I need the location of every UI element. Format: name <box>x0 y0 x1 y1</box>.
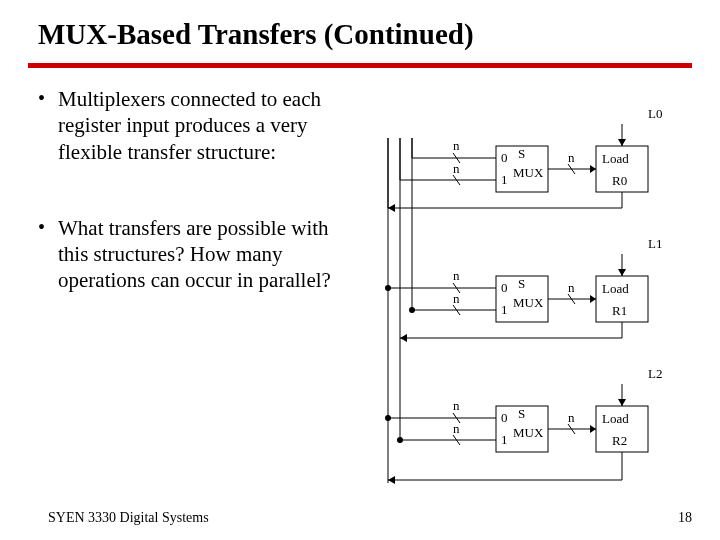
mux-group-0: n n 0 1 S MUX n Load R0 L0 <box>388 106 662 212</box>
mux-in1: 1 <box>501 172 508 187</box>
load-ctrl-2: L2 <box>648 366 662 381</box>
svg-marker-30 <box>618 269 626 276</box>
bullet-2: What transfers are possible with this st… <box>44 215 354 294</box>
load-ctrl-0: L0 <box>648 106 662 121</box>
reg-name-2: R2 <box>612 433 627 448</box>
svg-marker-16 <box>388 204 395 212</box>
mux-in0: 0 <box>501 410 508 425</box>
mux-label: MUX <box>513 295 544 310</box>
slide-title: MUX-Based Transfers (Continued) <box>0 0 720 57</box>
reg-name-0: R0 <box>612 173 627 188</box>
mux-in1: 1 <box>501 432 508 447</box>
reg-name-1: R1 <box>612 303 627 318</box>
svg-point-19 <box>385 285 391 291</box>
load-ctrl-1: L1 <box>648 236 662 251</box>
bus-label: n <box>568 150 575 165</box>
svg-marker-9 <box>590 165 596 173</box>
svg-point-35 <box>385 415 391 421</box>
reg-load-0: Load <box>602 151 629 166</box>
bullet-1: Multiplexers connected to each register … <box>44 86 354 165</box>
mux-select: S <box>518 146 525 161</box>
bus-label: n <box>453 161 460 176</box>
svg-marker-42 <box>590 425 596 433</box>
footer-page: 18 <box>678 510 692 526</box>
bus-label: n <box>568 410 575 425</box>
bus-label: n <box>453 398 460 413</box>
footer-course: SYEN 3330 Digital Systems <box>48 510 209 526</box>
svg-marker-46 <box>618 399 626 406</box>
svg-point-21 <box>409 307 415 313</box>
mux-group-1: n n 0 1 S MUX n Load R1 L1 <box>385 236 662 342</box>
mux-label: MUX <box>513 425 544 440</box>
bus-label: n <box>453 138 460 153</box>
reg-load-2: Load <box>602 411 629 426</box>
bus-label: n <box>453 268 460 283</box>
mux-in0: 0 <box>501 150 508 165</box>
mux-label: MUX <box>513 165 544 180</box>
reg-load-1: Load <box>602 281 629 296</box>
svg-marker-26 <box>590 295 596 303</box>
bus-label: n <box>568 280 575 295</box>
mux-select: S <box>518 276 525 291</box>
mux-diagram: n n 0 1 S MUX n Load R0 L0 n n <box>378 88 698 488</box>
mux-select: S <box>518 406 525 421</box>
svg-marker-13 <box>618 139 626 146</box>
mux-in0: 0 <box>501 280 508 295</box>
svg-marker-49 <box>388 476 395 484</box>
bus-label: n <box>453 291 460 306</box>
svg-marker-33 <box>400 334 407 342</box>
bus-label: n <box>453 421 460 436</box>
mux-in1: 1 <box>501 302 508 317</box>
svg-point-37 <box>397 437 403 443</box>
